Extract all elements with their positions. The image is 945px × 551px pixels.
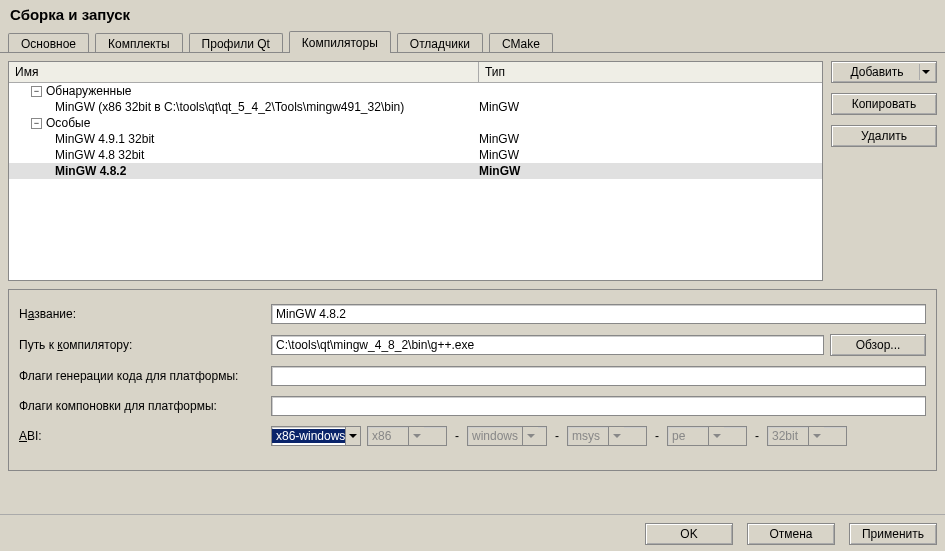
compilers-tree: Имя Тип − Обнаруженные MinGW (x86 32bit … xyxy=(8,61,823,281)
chevron-down-icon xyxy=(408,427,424,445)
add-button[interactable]: Добавить xyxy=(831,61,937,83)
header-type[interactable]: Тип xyxy=(479,62,822,82)
header-name[interactable]: Имя xyxy=(9,62,479,82)
tree-header: Имя Тип xyxy=(9,62,822,83)
browse-button[interactable]: Обзор... xyxy=(830,334,926,356)
tree-type: MinGW xyxy=(479,163,822,179)
compiler-path-field[interactable] xyxy=(271,335,824,355)
abi-sep: - xyxy=(653,429,661,443)
cancel-button[interactable]: Отмена xyxy=(747,523,835,545)
name-field[interactable] xyxy=(271,304,926,324)
tree-item-mingw-491[interactable]: MinGW 4.9.1 32bit MinGW xyxy=(9,131,822,147)
tree-type: MinGW xyxy=(479,147,822,163)
tree-group-auto[interactable]: − Обнаруженные xyxy=(9,83,822,99)
apply-button[interactable]: Применить xyxy=(849,523,937,545)
tab-general[interactable]: Основное xyxy=(8,33,89,53)
codegen-flags-field[interactable] xyxy=(271,366,926,386)
tree-label: Особые xyxy=(46,115,90,131)
minus-icon[interactable]: − xyxy=(31,118,42,129)
link-flags-label: Флаги компоновки для платформы: xyxy=(19,399,265,413)
path-label: Путь к компилятору: xyxy=(19,338,265,352)
abi-label: ABI: xyxy=(19,429,265,443)
tree-label: MinGW (x86 32bit в C:\tools\qt\qt_5_4_2\… xyxy=(55,99,404,115)
chevron-down-icon xyxy=(522,427,538,445)
abi-sep: - xyxy=(753,429,761,443)
details-panel: Название: Путь к компилятору: Обзор... Ф… xyxy=(8,289,937,471)
minus-icon[interactable]: − xyxy=(31,86,42,97)
link-flags-field[interactable] xyxy=(271,396,926,416)
tab-debuggers[interactable]: Отладчики xyxy=(397,33,483,53)
tree-label: MinGW 4.9.1 32bit xyxy=(55,131,154,147)
abi-sep: - xyxy=(553,429,561,443)
tree-item-auto-mingw[interactable]: MinGW (x86 32bit в C:\tools\qt\qt_5_4_2\… xyxy=(9,99,822,115)
tree-item-mingw-48[interactable]: MinGW 4.8 32bit MinGW xyxy=(9,147,822,163)
tab-cmake[interactable]: CMake xyxy=(489,33,553,53)
chevron-down-icon xyxy=(808,427,824,445)
chevron-down-icon xyxy=(708,427,724,445)
tree-item-mingw-482[interactable]: MinGW 4.8.2 MinGW xyxy=(9,163,822,179)
ok-button[interactable]: OK xyxy=(645,523,733,545)
abi-combo-main[interactable]: x86-windows xyxy=(271,426,361,446)
abi-sep: - xyxy=(453,429,461,443)
name-label: Название: xyxy=(19,307,265,321)
tab-kits[interactable]: Комплекты xyxy=(95,33,183,53)
tree-type: MinGW xyxy=(479,99,822,115)
tabs-bar: Основное Комплекты Профили Qt Компилятор… xyxy=(0,31,945,53)
tab-qt-profiles[interactable]: Профили Qt xyxy=(189,33,283,53)
tree-group-manual[interactable]: − Особые xyxy=(9,115,822,131)
abi-combo-flavor: msys xyxy=(567,426,647,446)
tree-label: Обнаруженные xyxy=(46,83,131,99)
tab-compilers[interactable]: Компиляторы xyxy=(289,31,391,53)
abi-combo-width: 32bit xyxy=(767,426,847,446)
remove-button[interactable]: Удалить xyxy=(831,125,937,147)
codegen-flags-label: Флаги генерации кода для платформы: xyxy=(19,369,265,383)
chevron-down-icon[interactable] xyxy=(345,427,360,445)
abi-combo-arch: x86 xyxy=(367,426,447,446)
abi-combo-format: pe xyxy=(667,426,747,446)
copy-button[interactable]: Копировать xyxy=(831,93,937,115)
page-title: Сборка и запуск xyxy=(0,0,945,31)
tree-type: MinGW xyxy=(479,131,822,147)
abi-combo-os: windows xyxy=(467,426,547,446)
tree-label: MinGW 4.8.2 xyxy=(55,163,126,179)
chevron-down-icon xyxy=(608,427,624,445)
tree-label: MinGW 4.8 32bit xyxy=(55,147,144,163)
